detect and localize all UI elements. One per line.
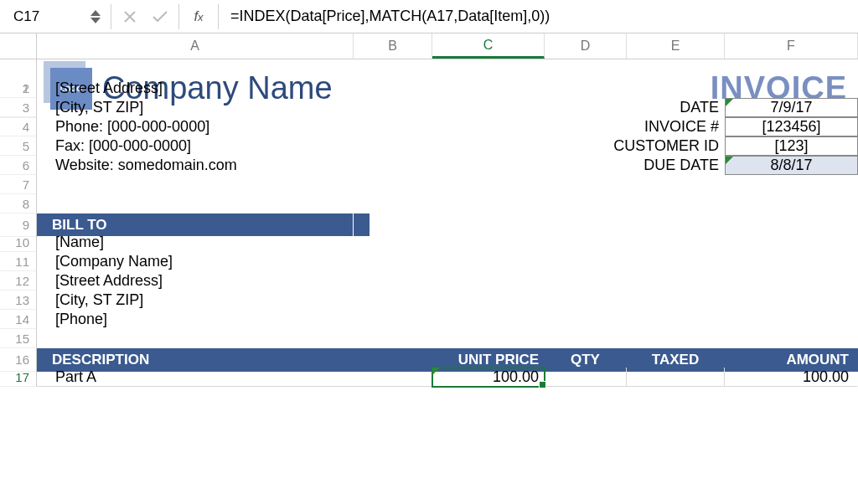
- fx-label[interactable]: fx: [186, 8, 211, 25]
- row-header-7[interactable]: 7: [0, 175, 37, 194]
- billto-company[interactable]: [Company Name]: [37, 252, 858, 271]
- cell-A5[interactable]: Fax: [000-000-0000]: [37, 136, 545, 156]
- customer-id-label[interactable]: CUSTOMER ID: [545, 136, 725, 156]
- invoice-number-value[interactable]: [123456]: [725, 117, 858, 136]
- divider: [111, 4, 111, 29]
- column-header-C[interactable]: C: [432, 33, 545, 59]
- row-header-3[interactable]: 3: [0, 98, 37, 117]
- column-header-E[interactable]: E: [627, 33, 725, 59]
- billto-name[interactable]: [Name]: [37, 233, 858, 252]
- column-header-A[interactable]: A: [37, 33, 354, 59]
- check-icon: [152, 10, 168, 23]
- row-header-11[interactable]: 11: [0, 252, 37, 271]
- cell-D2[interactable]: [545, 79, 725, 98]
- row-header-2[interactable]: 2: [0, 79, 37, 98]
- divider: [178, 4, 179, 29]
- line-taxed[interactable]: [627, 368, 725, 387]
- date-label[interactable]: DATE: [545, 98, 725, 117]
- error-indicator-icon: [432, 368, 440, 375]
- row-header-12[interactable]: 12: [0, 271, 37, 291]
- line-qty[interactable]: [545, 368, 627, 387]
- cell-A6[interactable]: Website: somedomain.com: [37, 156, 545, 175]
- formula-input[interactable]: =INDEX(Data[Price],MATCH(A17,Data[Item],…: [225, 8, 853, 25]
- row-header-17[interactable]: 17: [0, 368, 37, 387]
- accept-formula-button[interactable]: [148, 4, 172, 29]
- line-unit-price[interactable]: 100.00: [432, 368, 545, 387]
- x-icon: [123, 10, 137, 23]
- divider: [218, 4, 219, 29]
- name-box-value: C17: [13, 8, 39, 25]
- cell-A7[interactable]: [37, 175, 858, 194]
- cell-A4[interactable]: Phone: [000-000-0000]: [37, 117, 545, 136]
- cell-A8[interactable]: [37, 194, 858, 213]
- cancel-formula-button[interactable]: [118, 4, 142, 29]
- cell-F2[interactable]: [725, 79, 858, 98]
- line-description[interactable]: Part A: [37, 368, 432, 387]
- row-header-6[interactable]: 6: [0, 156, 37, 175]
- row-header-13[interactable]: 13: [0, 291, 37, 310]
- date-value[interactable]: 7/9/17: [725, 98, 858, 117]
- name-box-steppers[interactable]: [90, 10, 104, 23]
- invoice-number-label[interactable]: INVOICE #: [545, 117, 725, 136]
- billto-city[interactable]: [City, ST ZIP]: [37, 291, 858, 310]
- chevron-up-icon[interactable]: [90, 10, 101, 16]
- row-header-8[interactable]: 8: [0, 194, 37, 213]
- name-box[interactable]: C17: [5, 4, 104, 29]
- customer-id-value[interactable]: [123]: [725, 136, 858, 156]
- spreadsheet-grid[interactable]: 1 LOGO Company Name INVOICE 2 [Street Ad…: [0, 59, 858, 387]
- error-indicator-icon: [726, 157, 733, 164]
- column-header-B[interactable]: B: [354, 33, 432, 59]
- cell-A3[interactable]: [City, ST ZIP]: [37, 98, 545, 117]
- cell-A2[interactable]: [Street Address]: [37, 79, 545, 98]
- row-header-4[interactable]: 4: [0, 117, 37, 136]
- row-header-15[interactable]: 15: [0, 329, 37, 348]
- column-header-F[interactable]: F: [725, 33, 858, 59]
- billto-phone[interactable]: [Phone]: [37, 310, 858, 329]
- row-header-5[interactable]: 5: [0, 136, 37, 156]
- line-amount[interactable]: 100.00: [725, 368, 858, 387]
- column-header-D[interactable]: D: [545, 33, 627, 59]
- formula-bar: C17 fx =INDEX(Data[Price],MATCH(A17,Data…: [0, 0, 858, 33]
- billto-street[interactable]: [Street Address]: [37, 271, 858, 291]
- row-header-14[interactable]: 14: [0, 310, 37, 329]
- error-indicator-icon: [726, 99, 733, 106]
- select-all-corner[interactable]: [0, 33, 37, 59]
- due-date-label[interactable]: DUE DATE: [545, 156, 725, 175]
- chevron-down-icon[interactable]: [90, 18, 101, 23]
- row-header-10[interactable]: 10: [0, 233, 37, 252]
- cell-A15[interactable]: [37, 329, 858, 348]
- due-date-value[interactable]: 8/8/17: [725, 156, 858, 175]
- column-headers: A B C D E F: [0, 33, 858, 59]
